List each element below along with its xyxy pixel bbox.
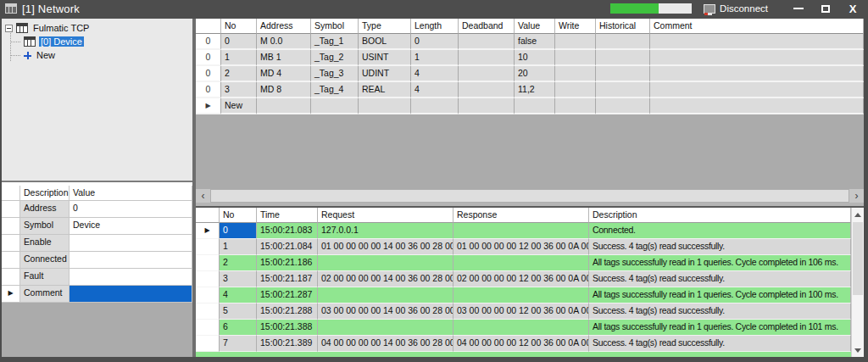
cell-length[interactable] xyxy=(411,98,459,114)
minimize-button[interactable] xyxy=(788,1,809,16)
cell-value[interactable] xyxy=(515,98,555,114)
cell-response[interactable] xyxy=(453,320,589,336)
cell-address[interactable]: MB 1 xyxy=(257,50,311,66)
cell-comment[interactable] xyxy=(650,50,864,66)
cell-comment[interactable] xyxy=(650,98,864,114)
row-header[interactable]: 0 xyxy=(196,82,221,98)
cell-response[interactable]: 03 00 00 00 00 12 00 36 00 0A 00 00 ... xyxy=(453,304,589,320)
column-header-no[interactable]: No xyxy=(221,19,257,34)
cell-no[interactable]: 4 xyxy=(220,287,257,304)
property-value[interactable] xyxy=(70,235,192,252)
cell-historical[interactable] xyxy=(596,82,650,98)
cell-length[interactable]: 1 xyxy=(411,50,459,66)
cell-address[interactable]: M 0.0 xyxy=(257,34,311,50)
collapse-expander-icon[interactable] xyxy=(5,25,13,32)
cell-description[interactable]: Success. 4 tag(s) read successfully. xyxy=(589,271,851,287)
vertical-scrollbar-thumb[interactable] xyxy=(853,222,863,295)
cell-symbol[interactable] xyxy=(311,98,359,114)
tree-node-fulmatic-tcp[interactable]: Fulmatic TCP xyxy=(2,21,192,35)
cell-symbol[interactable]: _Tag_1 xyxy=(311,34,359,50)
cell-no-selected[interactable]: 0 xyxy=(220,223,257,239)
property-value[interactable] xyxy=(70,269,192,286)
current-row-indicator-icon[interactable]: ▶ xyxy=(2,286,20,303)
row-header[interactable] xyxy=(196,239,220,255)
cell-no[interactable]: 6 xyxy=(220,320,257,336)
horizontal-scrollbar-thumb[interactable] xyxy=(210,189,849,203)
column-header-historical[interactable]: Historical xyxy=(596,19,650,34)
scroll-left-icon[interactable]: ‹ xyxy=(196,189,210,203)
cell-response[interactable]: 04 00 00 00 00 12 00 36 00 0A 00 00 ... xyxy=(453,336,589,352)
property-value[interactable]: 0 xyxy=(70,201,192,218)
column-header-no[interactable]: No xyxy=(220,208,257,223)
cell-historical[interactable] xyxy=(596,66,650,82)
cell-type[interactable]: REAL xyxy=(359,82,411,98)
cell-historical[interactable] xyxy=(596,34,650,50)
cell-symbol[interactable]: _Tag_2 xyxy=(311,50,359,66)
cell-request[interactable]: 02 00 00 00 00 14 00 36 00 28 00 00 ... xyxy=(318,271,453,287)
cell-description[interactable]: Success. 4 tag(s) read successfully. xyxy=(589,239,851,255)
cell-time[interactable]: 15:00:21.187 xyxy=(257,271,318,287)
cell-request[interactable]: 03 00 00 00 00 14 00 36 00 28 00 00 ... xyxy=(318,304,453,320)
cell-deadband[interactable] xyxy=(459,66,515,82)
cell-write[interactable] xyxy=(555,66,596,82)
cell-description[interactable]: All tags successfully read in 1 queries.… xyxy=(589,287,851,304)
scroll-right-icon[interactable]: › xyxy=(849,189,864,203)
cell-write[interactable] xyxy=(555,98,596,114)
tree-node-label-selected[interactable]: [0] Device xyxy=(39,36,84,47)
close-button[interactable]: X xyxy=(843,1,863,16)
column-header-type[interactable]: Type xyxy=(359,19,411,34)
column-header-response[interactable]: Response xyxy=(453,208,589,223)
cell-comment[interactable] xyxy=(650,82,864,98)
cell-value[interactable]: 11,2 xyxy=(515,82,555,98)
row-header[interactable]: 0 xyxy=(196,34,221,50)
cell-request[interactable]: 01 00 00 00 00 14 00 36 00 28 00 00 ... xyxy=(318,239,453,255)
cell-request[interactable] xyxy=(318,255,453,271)
cell-time[interactable]: 15:00:21.083 xyxy=(257,223,318,239)
cell-response[interactable] xyxy=(453,223,589,239)
cell-write[interactable] xyxy=(555,50,596,66)
scroll-down-button[interactable] xyxy=(852,343,864,357)
maximize-button[interactable] xyxy=(815,1,836,16)
cell-description[interactable]: Connected. xyxy=(589,223,851,239)
row-header[interactable]: 0 xyxy=(196,50,221,66)
column-header-description[interactable]: Description xyxy=(20,186,70,201)
tree-node-new[interactable]: New xyxy=(2,48,192,62)
cell-no[interactable]: 0 xyxy=(221,34,257,50)
cell-description[interactable]: Success. 4 tag(s) read successfully. xyxy=(589,336,851,352)
cell-type[interactable]: USINT xyxy=(359,50,411,66)
cell-no[interactable]: 3 xyxy=(221,82,257,98)
column-header-request[interactable]: Request xyxy=(318,208,453,223)
row-header[interactable] xyxy=(2,201,20,218)
row-header[interactable] xyxy=(2,235,20,252)
tree-node-device[interactable]: [0] Device xyxy=(2,35,192,48)
cell-request[interactable] xyxy=(318,287,453,304)
row-header[interactable]: 0 xyxy=(196,66,221,82)
column-header-deadband[interactable]: Deadband xyxy=(459,19,515,34)
cell-value[interactable]: 20 xyxy=(515,66,555,82)
column-header-symbol[interactable]: Symbol xyxy=(311,19,359,34)
scroll-up-button[interactable] xyxy=(852,208,864,221)
cell-request[interactable]: 04 00 00 00 00 14 00 36 00 28 00 00 ... xyxy=(318,336,453,352)
cell-time[interactable]: 15:00:21.186 xyxy=(257,255,318,271)
cell-address[interactable]: MD 8 xyxy=(257,82,311,98)
cell-description[interactable]: All tags successfully read in 1 queries.… xyxy=(589,320,851,336)
cell-no[interactable]: 2 xyxy=(220,255,257,271)
cell-length[interactable]: 0 xyxy=(411,34,459,50)
current-row-indicator-icon[interactable]: ▶ xyxy=(196,223,220,239)
cell-request[interactable] xyxy=(318,320,453,336)
row-header[interactable] xyxy=(2,269,20,286)
column-header-description[interactable]: Description xyxy=(589,208,851,223)
property-value[interactable]: Device xyxy=(70,218,192,235)
cell-type[interactable]: UDINT xyxy=(359,66,411,82)
current-row-indicator-icon[interactable]: ▶ xyxy=(196,98,221,114)
cell-deadband[interactable] xyxy=(459,50,515,66)
cell-type[interactable]: BOOL xyxy=(359,34,411,50)
cell-length[interactable]: 4 xyxy=(411,66,459,82)
cell-response[interactable]: 01 00 00 00 00 12 00 36 00 0A 00 00 ... xyxy=(453,239,589,255)
cell-no[interactable]: New xyxy=(221,98,257,114)
cell-no[interactable]: 1 xyxy=(221,50,257,66)
cell-value[interactable]: 10 xyxy=(515,50,555,66)
cell-no[interactable]: 7 xyxy=(220,336,257,352)
column-header-write[interactable]: Write xyxy=(555,19,596,34)
column-header-time[interactable]: Time xyxy=(257,208,318,223)
